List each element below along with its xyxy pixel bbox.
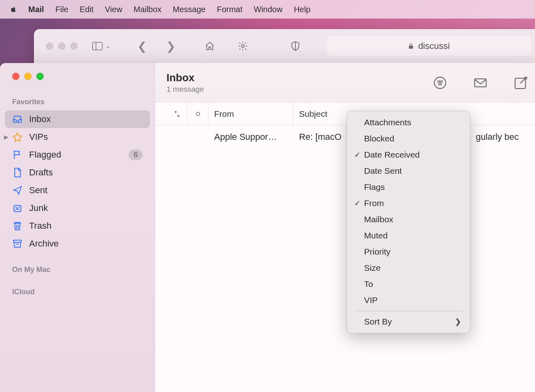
sidebar-section-favorites: Favorites <box>5 94 150 110</box>
envelope-icon[interactable] <box>474 76 487 90</box>
compose-icon[interactable] <box>514 76 528 90</box>
mailbox-title: Inbox <box>166 72 204 84</box>
menu-item-vip[interactable]: VIP <box>347 292 470 308</box>
filter-icon[interactable] <box>433 76 447 90</box>
menu-item-attachments[interactable]: Attachments <box>347 114 470 131</box>
menu-file[interactable]: File <box>55 5 68 14</box>
menu-item-size[interactable]: Size <box>347 260 470 276</box>
sidebar-item-label: VIPs <box>29 132 48 142</box>
menu-item-priority[interactable]: Priority <box>347 244 470 260</box>
sidebar-item-flagged[interactable]: Flagged 6 <box>5 146 150 164</box>
sidebar-item-junk[interactable]: Junk <box>5 199 150 217</box>
from-column-header[interactable]: From <box>209 103 293 125</box>
column-context-menu: Attachments Blocked ✓Date Received Date … <box>347 111 470 333</box>
mail-main-pane: Inbox 1 message From Subject Apple Suppo… <box>155 63 535 392</box>
safari-back-button[interactable]: ❮ <box>137 40 147 53</box>
apple-logo-icon[interactable] <box>10 6 17 13</box>
mail-zoom-button[interactable] <box>36 73 44 80</box>
safari-url-text: discussi <box>418 41 450 51</box>
sidebar-item-vips[interactable]: ▶ VIPs <box>5 128 150 146</box>
menu-item-date-received[interactable]: ✓Date Received <box>347 147 470 163</box>
sidebar-item-sent[interactable]: Sent <box>5 181 150 199</box>
safari-privacy-shield-icon[interactable] <box>290 41 301 51</box>
safari-tab-dropdown-icon[interactable]: ⌄ <box>106 43 112 49</box>
sidebar-item-trash[interactable]: Trash <box>5 217 150 235</box>
menu-item-blocked[interactable]: Blocked <box>347 131 470 147</box>
safari-sidebar-toggle-icon[interactable] <box>92 41 103 51</box>
menu-item-mailbox[interactable]: Mailbox <box>347 211 470 228</box>
svg-point-2 <box>242 45 244 48</box>
safari-traffic-lights <box>46 42 78 50</box>
mail-traffic-lights <box>5 73 150 80</box>
menu-edit[interactable]: Edit <box>80 5 93 14</box>
menu-item-sort-by[interactable]: Sort By❯ <box>347 314 470 330</box>
sidebar-item-label: Archive <box>29 238 59 249</box>
sidebar-item-label: Junk <box>29 203 48 213</box>
sidebar-item-label: Sent <box>29 185 47 196</box>
flag-icon <box>12 150 23 160</box>
read-status-column[interactable] <box>187 103 209 125</box>
svg-rect-0 <box>93 42 102 50</box>
flagged-badge: 6 <box>128 150 143 160</box>
sidebar-section-icloud: iCloud <box>5 284 150 300</box>
menu-item-from[interactable]: ✓From <box>347 195 470 211</box>
sidebar-item-inbox[interactable]: Inbox <box>5 110 150 128</box>
safari-home-icon[interactable] <box>204 41 215 51</box>
menu-item-muted[interactable]: Muted <box>347 228 470 244</box>
sidebar-item-archive[interactable]: Archive <box>5 235 150 253</box>
message-from: Apple Suppor… <box>209 132 293 142</box>
archive-icon <box>12 238 23 249</box>
mail-close-button[interactable] <box>12 73 19 80</box>
menu-message[interactable]: Message <box>173 5 206 14</box>
disclosure-triangle-icon[interactable]: ▶ <box>4 134 8 140</box>
sidebar-item-drafts[interactable]: Drafts <box>5 164 150 181</box>
mail-toolbar: Inbox 1 message <box>155 63 535 103</box>
safari-close-button[interactable] <box>46 42 53 50</box>
trash-icon <box>12 221 23 231</box>
lock-icon <box>408 43 414 49</box>
document-icon <box>12 167 23 178</box>
sidebar-section-on-my-mac: On My Mac <box>5 261 150 278</box>
sidebar-item-label: Inbox <box>29 114 51 124</box>
star-icon <box>12 132 23 142</box>
macos-menubar: Mail File Edit View Mailbox Message Form… <box>0 0 535 19</box>
safari-forward-button[interactable]: ❯ <box>166 40 175 53</box>
safari-zoom-button[interactable] <box>70 42 78 50</box>
menu-format[interactable]: Format <box>217 5 242 14</box>
safari-toolbar: ⌄ ❮ ❯ discussi <box>34 29 535 63</box>
message-count: 1 message <box>166 85 204 94</box>
checkmark-icon: ✓ <box>353 150 362 159</box>
mail-sidebar: Favorites Inbox ▶ VIPs Flagged 6 Drafts … <box>0 63 155 392</box>
safari-settings-icon[interactable] <box>238 41 248 51</box>
menu-mailbox[interactable]: Mailbox <box>134 5 162 14</box>
paper-plane-icon <box>12 185 23 196</box>
message-list-header: From Subject <box>155 103 535 125</box>
menu-item-date-sent[interactable]: Date Sent <box>347 163 470 179</box>
svg-rect-8 <box>475 79 486 87</box>
menu-view[interactable]: View <box>105 5 122 14</box>
junk-icon <box>12 203 23 213</box>
message-row[interactable]: Apple Suppor… Re: [macO gularly bec <box>155 125 535 149</box>
svg-point-10 <box>196 112 199 115</box>
menu-window[interactable]: Window <box>254 5 282 14</box>
inbox-icon <box>12 114 23 124</box>
mail-window: Favorites Inbox ▶ VIPs Flagged 6 Drafts … <box>0 63 535 392</box>
sidebar-item-label: Trash <box>29 221 51 231</box>
menu-separator <box>354 311 463 311</box>
svg-rect-6 <box>13 240 21 242</box>
menu-app-name[interactable]: Mail <box>28 5 44 14</box>
menu-help[interactable]: Help <box>294 5 310 14</box>
sidebar-item-label: Flagged <box>29 150 61 160</box>
svg-rect-4 <box>409 46 413 48</box>
sort-indicator-column[interactable] <box>166 103 187 125</box>
chevron-right-icon: ❯ <box>455 317 461 326</box>
safari-address-bar[interactable]: discussi <box>326 36 531 56</box>
menu-item-flags[interactable]: Flags <box>347 179 470 195</box>
menu-item-to[interactable]: To <box>347 276 470 292</box>
safari-minimize-button[interactable] <box>58 42 65 50</box>
mail-minimize-button[interactable] <box>24 73 32 80</box>
sidebar-item-label: Drafts <box>29 167 53 178</box>
checkmark-icon: ✓ <box>353 199 362 208</box>
